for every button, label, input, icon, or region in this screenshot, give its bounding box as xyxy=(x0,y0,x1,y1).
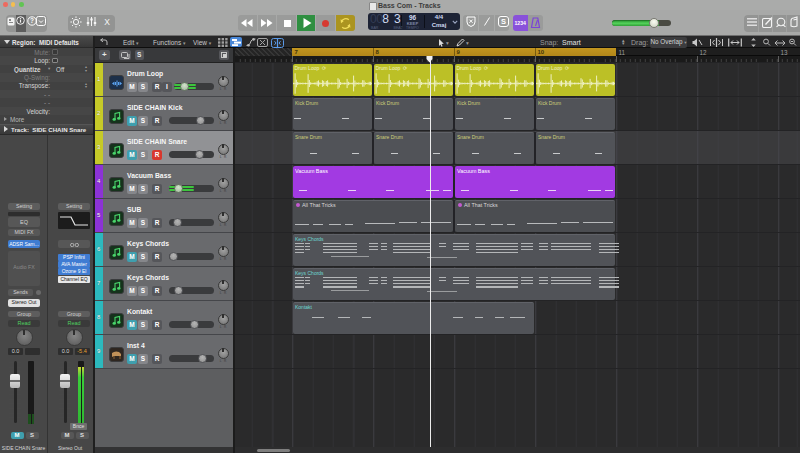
svg-text:?: ? xyxy=(30,17,34,24)
svg-text:S: S xyxy=(500,17,505,26)
